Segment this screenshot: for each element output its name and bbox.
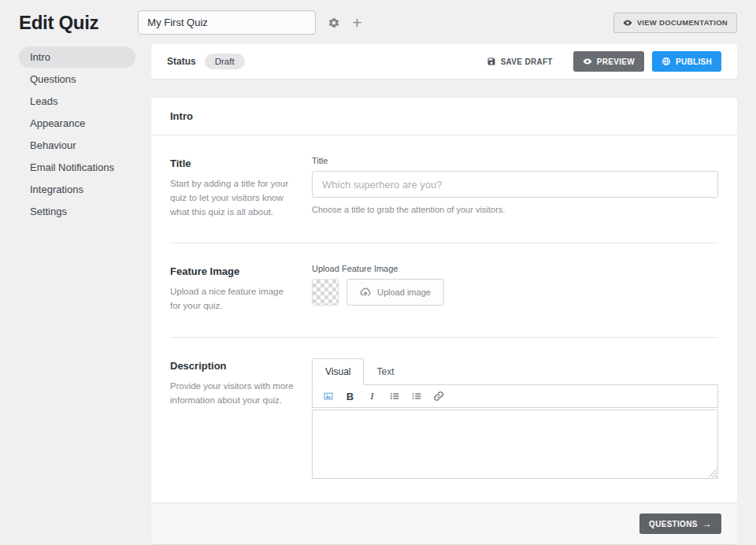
questions-button-label: QUESTIONS [649, 520, 698, 528]
tab-text[interactable]: Text [364, 359, 406, 384]
sidebar-item-intro[interactable]: Intro [19, 46, 135, 68]
view-documentation-button[interactable]: VIEW DOCUMENTATION [613, 13, 737, 33]
upload-image-label: Upload image [377, 287, 431, 297]
feature-image-field-label: Upload Feature Image [312, 264, 718, 273]
bold-icon[interactable]: B [341, 388, 359, 404]
save-draft-button[interactable]: SAVE DRAFT [482, 56, 558, 67]
status-badge: Draft [205, 54, 245, 69]
questions-next-button[interactable]: QUESTIONS → [639, 513, 721, 534]
cloud-upload-icon [360, 287, 371, 298]
italic-glyph: I [370, 390, 373, 402]
preview-button[interactable]: PREVIEW [573, 51, 644, 72]
quiz-title-field[interactable] [312, 171, 718, 198]
sidebar-item-appearance[interactable]: Appearance [19, 113, 135, 134]
intro-card: Intro Title Start by adding a title for … [151, 98, 737, 544]
upload-image-button[interactable]: Upload image [346, 279, 444, 306]
sidebar-item-integrations[interactable]: Integrations [19, 179, 135, 200]
status-label: Status [167, 56, 196, 67]
feature-image-description: Upload a nice feature image for your qui… [170, 285, 295, 313]
save-icon [487, 57, 496, 66]
tab-visual[interactable]: Visual [312, 358, 364, 385]
bullet-list-icon[interactable] [385, 388, 403, 404]
content-area: Status Draft SAVE DRAFT PREVIEW [151, 44, 737, 544]
arrow-right-icon: → [702, 519, 712, 528]
upload-row: Upload image [312, 279, 718, 306]
description-heading: Description [170, 360, 295, 372]
edit-quiz-page: Edit Quiz + VIEW DOCUMENTATION Intro Que… [0, 0, 756, 544]
title-section-description: Start by adding a title for your quiz to… [170, 177, 295, 219]
feature-image-heading: Feature Image [170, 265, 295, 277]
plus-icon: + [352, 14, 361, 31]
publish-button[interactable]: PUBLISH [652, 51, 721, 72]
sidebar-item-behaviour[interactable]: Behaviour [19, 135, 135, 156]
sidebar: Intro Questions Leads Appearance Behavio… [19, 44, 135, 223]
gear-icon [328, 17, 340, 29]
title-helper-text: Choose a title to grab the attention of … [312, 205, 718, 214]
card-body: Title Start by adding a title for your q… [151, 135, 737, 502]
title-section-info: Title Start by adding a title for your q… [170, 156, 295, 219]
description-editor[interactable] [313, 410, 717, 478]
add-media-icon[interactable] [319, 388, 337, 404]
title-section-heading: Title [170, 158, 295, 169]
globe-icon [662, 57, 671, 66]
editor-area [312, 410, 718, 479]
sidebar-item-email-notifications[interactable]: Email Notifications [19, 157, 135, 178]
editor-tabs: Visual Text [312, 358, 718, 384]
feature-image-section: Feature Image Upload a nice feature imag… [170, 243, 718, 338]
preview-label: PREVIEW [597, 57, 635, 66]
sidebar-item-questions[interactable]: Questions [19, 69, 135, 90]
status-bar: Status Draft SAVE DRAFT PREVIEW [151, 44, 737, 79]
page-layout: Intro Questions Leads Appearance Behavio… [0, 44, 756, 544]
view-documentation-label: VIEW DOCUMENTATION [637, 18, 728, 27]
editor-toolbar: B I [312, 384, 718, 408]
description-info: Description Provide your visitors with m… [170, 358, 295, 479]
italic-icon[interactable]: I [363, 388, 381, 404]
sidebar-item-leads[interactable]: Leads [19, 91, 135, 112]
link-icon[interactable] [429, 388, 447, 404]
description-section: Description Provide your visitors with m… [170, 338, 718, 502]
description-description: Provide your visitors with more informat… [170, 380, 295, 408]
checkerboard-thumbnail [312, 279, 339, 306]
bold-glyph: B [346, 391, 354, 402]
save-draft-label: SAVE DRAFT [501, 57, 553, 66]
title-field-label: Title [312, 156, 718, 165]
description-editor-wrap: Visual Text B [312, 358, 718, 479]
topbar: Edit Quiz + VIEW DOCUMENTATION [0, 0, 756, 44]
title-section-fields: Title Choose a title to grab the attenti… [312, 156, 718, 219]
add-new-quiz-button[interactable]: + [352, 14, 361, 31]
publish-label: PUBLISH [676, 57, 712, 66]
sidebar-item-settings[interactable]: Settings [19, 201, 135, 222]
eye-icon [623, 18, 632, 28]
card-title: Intro [151, 98, 737, 135]
title-section: Title Start by adding a title for your q… [170, 135, 718, 243]
feature-image-fields: Upload Feature Image Upload image [312, 264, 718, 313]
page-title: Edit Quiz [19, 12, 98, 34]
card-footer: QUESTIONS → [151, 502, 737, 544]
ordered-list-icon[interactable] [407, 388, 425, 404]
quiz-title-input[interactable] [138, 10, 316, 35]
eye-icon [583, 57, 592, 66]
feature-image-info: Feature Image Upload a nice feature imag… [170, 264, 295, 313]
quiz-settings-button[interactable] [328, 17, 340, 29]
